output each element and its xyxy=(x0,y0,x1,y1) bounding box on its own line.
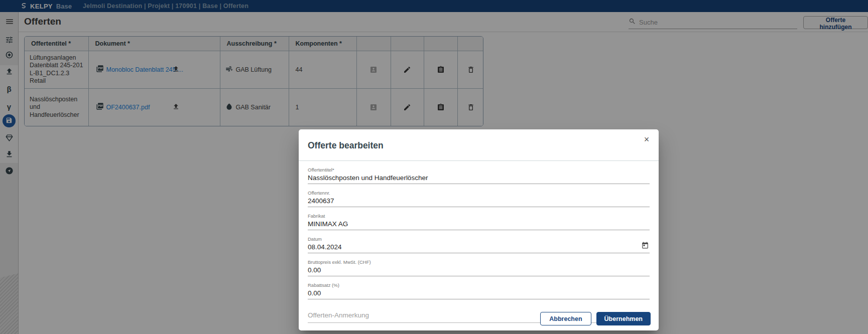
calendar-icon[interactable] xyxy=(642,242,649,250)
field-bruttopreis: Bruttopreis exkl. MwSt. (CHF) xyxy=(308,260,650,276)
field-fabrikat: Fabrikat xyxy=(308,214,650,230)
offertentitel-input[interactable] xyxy=(308,174,650,182)
field-label: Offertennr. xyxy=(308,191,650,196)
field-label: Fabrikat xyxy=(308,214,650,219)
cancel-button[interactable]: Abbrechen xyxy=(540,312,591,325)
field-offertennr: Offertennr. xyxy=(308,191,650,207)
submit-button[interactable]: Übernehmen xyxy=(596,312,651,325)
offertennr-input[interactable] xyxy=(308,197,650,205)
field-label: Datum xyxy=(308,237,650,242)
field-label: Offertentitel* xyxy=(308,168,650,173)
field-offertentitel: Offertentitel* xyxy=(308,168,650,184)
app-root: KELPY Base Jelmoli Destination | Projekt… xyxy=(0,0,868,334)
field-label: Rabattsatz (%) xyxy=(308,283,650,288)
fabrikat-input[interactable] xyxy=(308,220,650,228)
dialog-title: Offerte bearbeiten xyxy=(308,140,384,151)
field-datum: Datum xyxy=(308,237,650,253)
field-rabattsatz: Rabattsatz (%) xyxy=(308,283,650,299)
rabattsatz-input[interactable] xyxy=(308,289,650,297)
dialog-footer: Abbrechen Übernehmen xyxy=(540,312,651,325)
field-label: Bruttopreis exkl. MwSt. (CHF) xyxy=(308,260,650,265)
close-icon[interactable]: × xyxy=(641,133,653,145)
datum-input[interactable] xyxy=(308,243,650,251)
edit-offer-dialog: Offerte bearbeiten × Offertentitel* Offe… xyxy=(299,129,659,330)
bruttopreis-input[interactable] xyxy=(308,266,650,274)
